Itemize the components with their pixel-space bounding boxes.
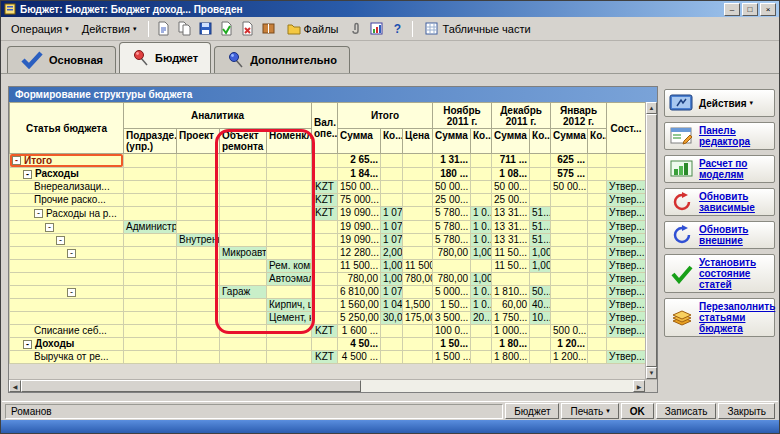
cell-statya[interactable]: Внереализаци...	[10, 181, 124, 194]
cell-it_cena[interactable]	[403, 167, 433, 181]
cell-obj[interactable]	[220, 298, 267, 311]
cell-jan_sum[interactable]	[551, 259, 588, 272]
cell-podrazd[interactable]	[124, 259, 177, 272]
cell-it_cena[interactable]: 11 500...	[403, 259, 433, 272]
cell-proekt[interactable]	[177, 311, 220, 324]
cell-it_sum[interactable]: 19 090...	[338, 220, 381, 233]
cell-dec_ko[interactable]: 50...	[530, 285, 551, 298]
column-header-proekt[interactable]: Проект	[177, 129, 220, 154]
cell-sost[interactable]: Утвер...	[607, 351, 645, 364]
cell-dec_sum[interactable]: 60,00	[492, 298, 530, 311]
vertical-scroll-thumb[interactable]	[646, 114, 657, 367]
cell-jan_sum[interactable]: 1 200...	[551, 351, 588, 364]
cell-statya[interactable]: -	[10, 285, 124, 298]
cell-it_ko[interactable]	[381, 181, 403, 194]
cell-obj[interactable]	[220, 233, 267, 246]
cell-statya[interactable]: -Расходы	[10, 167, 124, 181]
maximize-button[interactable]: □	[742, 3, 758, 16]
cell-dec_ko[interactable]: 10...	[530, 311, 551, 324]
cell-dec_ko[interactable]: 51...	[530, 233, 551, 246]
cell-jan_ko[interactable]	[588, 181, 607, 194]
cell-jan_sum[interactable]: 575 ...	[551, 167, 588, 181]
cell-it_ko[interactable]	[381, 154, 403, 168]
print-button[interactable]: Печать ▾	[561, 403, 618, 419]
cell-obj[interactable]	[220, 167, 267, 181]
cell-statya[interactable]: -	[10, 246, 124, 259]
set-state-button[interactable]: Установить состояние статей	[664, 254, 775, 293]
cell-jan_ko[interactable]	[588, 246, 607, 259]
cell-it_sum[interactable]: 4 500 ...	[338, 351, 381, 364]
refresh-dependent-button[interactable]: Обновить зависимые	[664, 188, 775, 216]
cell-sost[interactable]: Утвер...	[607, 207, 645, 221]
cell-proekt[interactable]	[177, 285, 220, 298]
cell-nov_sum[interactable]: 5 780...	[433, 233, 471, 246]
cell-nov_sum[interactable]: 100 0...	[433, 324, 471, 337]
cell-nov_ko[interactable]	[471, 351, 492, 364]
cell-nomen[interactable]	[267, 154, 312, 168]
column-header-summa[interactable]: Сумма	[338, 129, 381, 154]
cell-proekt[interactable]	[177, 246, 220, 259]
cell-nov_sum[interactable]: 3 500...	[433, 311, 471, 324]
cell-dec_ko[interactable]	[530, 181, 551, 194]
scroll-down-button[interactable]: ▼	[646, 367, 657, 379]
column-header-noyabr[interactable]: Ноябрь 2011 г.	[433, 103, 492, 129]
column-header-obekt-remonta[interactable]: Объект ремонта	[220, 129, 267, 154]
cell-obj[interactable]	[220, 207, 267, 221]
vertical-scrollbar[interactable]: ▲ ▼	[645, 102, 657, 379]
report-icon[interactable]	[366, 19, 386, 39]
cell-obj[interactable]: Микроавто...	[220, 246, 267, 259]
cell-nomen[interactable]: Кирпич, шт	[267, 298, 312, 311]
help-icon[interactable]: ?	[387, 19, 407, 39]
cell-nov_sum[interactable]: 180 ...	[433, 167, 471, 181]
cell-dec_sum[interactable]: 11 50...	[492, 246, 530, 259]
cell-jan_sum[interactable]: 500 0...	[551, 324, 588, 337]
cell-nov_sum[interactable]: 5 780...	[433, 207, 471, 221]
cell-it_ko[interactable]	[381, 324, 403, 337]
cell-obj[interactable]	[220, 337, 267, 351]
cell-it_ko[interactable]: 1 07...	[381, 233, 403, 246]
cell-val[interactable]	[312, 154, 338, 168]
attachment-icon[interactable]	[345, 19, 365, 39]
cell-dec_sum[interactable]: 1 800...	[492, 351, 530, 364]
cell-it_cena[interactable]	[403, 181, 433, 194]
movements-ledger-icon[interactable]	[259, 19, 279, 39]
cell-obj[interactable]	[220, 351, 267, 364]
post-document-icon[interactable]	[217, 19, 237, 39]
cell-nov_sum[interactable]: 780,00	[433, 246, 471, 259]
cell-it_ko[interactable]: 1,000	[381, 259, 403, 272]
cell-it_ko[interactable]: 1,000	[381, 272, 403, 285]
cell-val[interactable]: KZT	[312, 351, 338, 364]
cell-val[interactable]	[312, 311, 338, 324]
cell-jan_sum[interactable]	[551, 233, 588, 246]
cell-obj[interactable]	[220, 311, 267, 324]
cell-jan_sum[interactable]	[551, 285, 588, 298]
cell-sost[interactable]: Утвер...	[607, 220, 645, 233]
cell-nov_sum[interactable]: 50 00...	[433, 181, 471, 194]
cell-jan_sum[interactable]	[551, 311, 588, 324]
cell-nov_ko[interactable]	[471, 259, 492, 272]
cell-nov_sum[interactable]: 25 00...	[433, 194, 471, 207]
cell-sost[interactable]: Утвер...	[607, 298, 645, 311]
cell-statya[interactable]: -Расходы на р...	[10, 207, 124, 221]
close-form-button[interactable]: Закрыть	[718, 403, 775, 419]
cell-it_cena[interactable]: 1,500	[403, 298, 433, 311]
save-icon[interactable]	[196, 19, 216, 39]
cell-dec_sum[interactable]	[492, 272, 530, 285]
editor-panel-button[interactable]: Панель редактора	[664, 122, 775, 150]
cell-nov_ko[interactable]	[471, 337, 492, 351]
cell-jan_sum[interactable]: 625 ...	[551, 154, 588, 168]
cell-it_ko[interactable]: 1 04...	[381, 298, 403, 311]
horizontal-scrollbar[interactable]: ◀ ▶	[9, 379, 657, 392]
cell-proekt[interactable]	[177, 220, 220, 233]
cell-dec_ko[interactable]: 51...	[530, 207, 551, 221]
copy-document-icon[interactable]	[175, 19, 195, 39]
cell-it_cena[interactable]	[403, 233, 433, 246]
cell-obj[interactable]: Гараж	[220, 285, 267, 298]
cell-sost[interactable]: Утвер...	[607, 324, 645, 337]
calc-models-button[interactable]: Расчет по моделям	[664, 155, 775, 183]
cell-sost[interactable]	[607, 337, 645, 351]
save-button[interactable]: Записать	[656, 403, 717, 419]
cell-it_ko[interactable]	[381, 194, 403, 207]
cell-nomen[interactable]	[267, 351, 312, 364]
cell-jan_ko[interactable]	[588, 351, 607, 364]
